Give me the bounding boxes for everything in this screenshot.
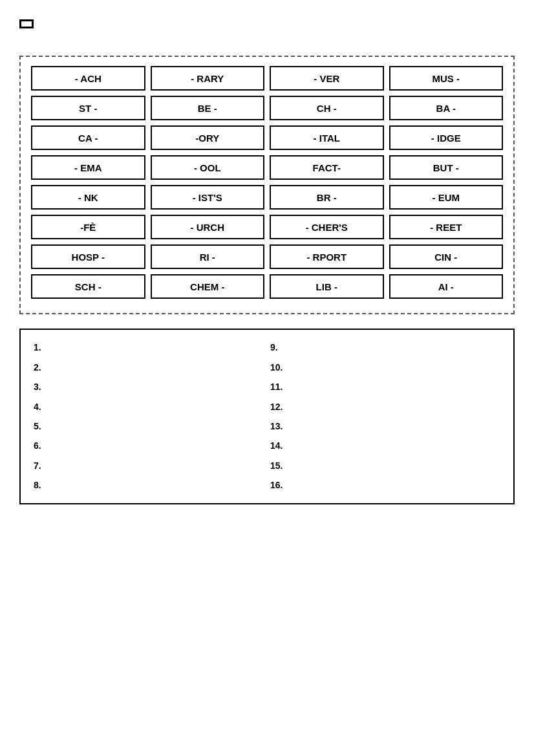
answer-col-right: 9.10.11.12.13.14.15.16. [270,340,500,492]
word-cell: - OOL [151,155,265,180]
word-cell: AI - [389,274,504,299]
grid-row-1: ST -BE -CH -BA - [31,96,503,120]
word-cell: - RPORT [270,244,384,269]
word-cell: BA - [389,96,504,120]
word-cell: - NK [31,185,145,210]
main-title [47,13,515,44]
grid-row-2: CA --ORY- ITAL- IDGE [31,125,503,150]
grid-row-7: SCH -CHEM -LIB -AI - [31,274,503,299]
word-cell: - CHER'S [270,215,384,239]
answer-line: 14. [270,438,500,453]
word-cell: HOSP - [31,244,145,269]
word-cell: - ITAL [270,125,384,150]
answer-line: 1. [34,340,264,354]
answer-line: 15. [270,459,500,473]
word-cell: LIB - [270,274,384,299]
word-chop-label [19,19,34,28]
word-cell: - IST'S [151,185,265,210]
word-cell: -ORY [151,125,265,150]
word-cell: FACT- [270,155,384,180]
word-cell: - URCH [151,215,265,239]
answer-line: 5. [34,419,264,433]
word-cell: - REET [389,215,504,239]
word-cell: - RARY [151,66,265,91]
answer-line: 8. [34,478,264,492]
answer-line: 10. [270,360,500,374]
answer-line: 16. [270,478,500,492]
answer-line: 12. [270,400,500,414]
word-cell: RI - [151,244,265,269]
word-cell: BR - [270,185,384,210]
grid-row-4: - NK- IST'SBR -- EUM [31,185,503,210]
answer-box: 1.2.3.4.5.6.7.8. 9.10.11.12.13.14.15.16. [19,329,515,504]
grid-row-3: - EMA- OOLFACT-BUT - [31,155,503,180]
word-cell: SCH - [31,274,145,299]
word-cell: CA - [31,125,145,150]
answer-line: 11. [270,380,500,394]
answer-line: 9. [270,340,500,354]
word-cell: BUT - [389,155,504,180]
word-cell: - EUM [389,185,504,210]
answer-line: 3. [34,380,264,394]
word-cell: - VER [270,66,384,91]
answer-line: 13. [270,419,500,433]
header [19,13,515,44]
word-cell: - EMA [31,155,145,180]
grid-row-0: - ACH- RARY- VERMUS - [31,66,503,91]
word-grid: - ACH- RARY- VERMUS -ST -BE -CH -BA -CA … [31,66,503,299]
word-cell: CHEM - [151,274,265,299]
answer-line: 6. [34,438,264,453]
answer-col-left: 1.2.3.4.5.6.7.8. [34,340,264,492]
word-cell: CH - [270,96,384,120]
grid-row-5: -FÈ- URCH- CHER'S- REET [31,215,503,239]
word-cell: - ACH [31,66,145,91]
word-cell: MUS - [389,66,504,91]
answer-line: 7. [34,459,264,473]
grid-row-6: HOSP -RI -- RPORTCIN - [31,244,503,269]
word-cell: CIN - [389,244,504,269]
word-cell: -FÈ [31,215,145,239]
word-cell: BE - [151,96,265,120]
answer-columns: 1.2.3.4.5.6.7.8. 9.10.11.12.13.14.15.16. [34,340,500,492]
word-cell: ST - [31,96,145,120]
word-cell: - IDGE [389,125,504,150]
answer-line: 4. [34,400,264,414]
answer-line: 2. [34,360,264,374]
word-grid-container: - ACH- RARY- VERMUS -ST -BE -CH -BA -CA … [19,56,515,314]
